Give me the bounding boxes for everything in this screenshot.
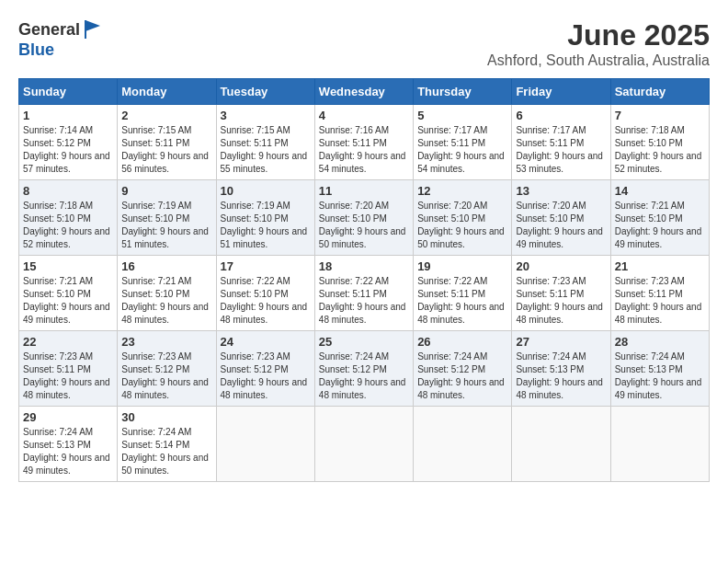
day-number: 30: [121, 410, 211, 424]
day-info: Sunrise: 7:20 AM Sunset: 5:10 PM Dayligh…: [319, 200, 409, 251]
calendar-cell: 18 Sunrise: 7:22 AM Sunset: 5:11 PM Dayl…: [314, 256, 413, 331]
calendar-cell: 20 Sunrise: 7:23 AM Sunset: 5:11 PM Dayl…: [512, 256, 610, 331]
header-saturday: Saturday: [610, 79, 709, 105]
header-wednesday: Wednesday: [314, 79, 413, 105]
calendar-cell: 22 Sunrise: 7:23 AM Sunset: 5:11 PM Dayl…: [19, 331, 118, 407]
day-info: Sunrise: 7:19 AM Sunset: 5:10 PM Dayligh…: [121, 200, 211, 251]
month-year-title: June 2025: [487, 18, 710, 52]
header-thursday: Thursday: [414, 79, 512, 105]
day-number: 27: [516, 335, 606, 349]
day-number: 14: [615, 184, 705, 198]
calendar-cell: 16 Sunrise: 7:21 AM Sunset: 5:10 PM Dayl…: [118, 256, 216, 331]
day-number: 7: [615, 109, 705, 122]
day-number: 4: [319, 109, 409, 122]
title-area: June 2025 Ashford, South Australia, Aust…: [487, 18, 710, 69]
day-info: Sunrise: 7:15 AM Sunset: 5:11 PM Dayligh…: [121, 124, 211, 176]
day-number: 16: [121, 259, 211, 273]
calendar-cell: [314, 407, 413, 482]
day-info: Sunrise: 7:17 AM Sunset: 5:11 PM Dayligh…: [516, 124, 606, 176]
calendar-cell: 24 Sunrise: 7:23 AM Sunset: 5:12 PM Dayl…: [216, 331, 314, 407]
day-info: Sunrise: 7:15 AM Sunset: 5:11 PM Dayligh…: [221, 124, 311, 176]
day-info: Sunrise: 7:24 AM Sunset: 5:12 PM Dayligh…: [417, 350, 507, 402]
day-info: Sunrise: 7:18 AM Sunset: 5:10 PM Dayligh…: [23, 200, 113, 251]
day-info: Sunrise: 7:19 AM Sunset: 5:10 PM Dayligh…: [221, 200, 311, 251]
calendar-header-row: Sunday Monday Tuesday Wednesday Thursday…: [19, 79, 710, 105]
day-info: Sunrise: 7:22 AM Sunset: 5:11 PM Dayligh…: [319, 275, 409, 327]
header-sunday: Sunday: [19, 79, 118, 105]
day-number: 1: [23, 109, 113, 122]
calendar-table: Sunday Monday Tuesday Wednesday Thursday…: [18, 78, 710, 482]
logo-blue-text: Blue: [18, 40, 54, 60]
day-number: 3: [221, 109, 311, 122]
calendar-cell: 9 Sunrise: 7:19 AM Sunset: 5:10 PM Dayli…: [118, 180, 216, 256]
calendar-cell: 29 Sunrise: 7:24 AM Sunset: 5:13 PM Dayl…: [19, 407, 118, 482]
day-number: 23: [121, 335, 211, 349]
day-info: Sunrise: 7:22 AM Sunset: 5:11 PM Dayligh…: [417, 275, 507, 327]
calendar-cell: 5 Sunrise: 7:17 AM Sunset: 5:11 PM Dayli…: [414, 105, 512, 180]
day-info: Sunrise: 7:23 AM Sunset: 5:11 PM Dayligh…: [23, 350, 113, 402]
day-info: Sunrise: 7:22 AM Sunset: 5:10 PM Dayligh…: [221, 275, 311, 327]
day-info: Sunrise: 7:23 AM Sunset: 5:11 PM Dayligh…: [516, 275, 606, 327]
calendar-cell: 4 Sunrise: 7:16 AM Sunset: 5:11 PM Dayli…: [314, 105, 413, 180]
calendar-cell: 7 Sunrise: 7:18 AM Sunset: 5:10 PM Dayli…: [610, 105, 709, 180]
day-info: Sunrise: 7:24 AM Sunset: 5:12 PM Dayligh…: [319, 350, 409, 402]
day-info: Sunrise: 7:24 AM Sunset: 5:13 PM Dayligh…: [615, 350, 705, 402]
calendar-cell: 30 Sunrise: 7:24 AM Sunset: 5:14 PM Dayl…: [118, 407, 216, 482]
calendar-cell: 6 Sunrise: 7:17 AM Sunset: 5:11 PM Dayli…: [512, 105, 610, 180]
header-tuesday: Tuesday: [216, 79, 314, 105]
day-number: 18: [319, 259, 409, 273]
calendar-cell: 17 Sunrise: 7:22 AM Sunset: 5:10 PM Dayl…: [216, 256, 314, 331]
calendar-cell: [414, 407, 512, 482]
calendar-cell: 8 Sunrise: 7:18 AM Sunset: 5:10 PM Dayli…: [19, 180, 118, 256]
week-row-3: 15 Sunrise: 7:21 AM Sunset: 5:10 PM Dayl…: [19, 256, 710, 331]
day-info: Sunrise: 7:21 AM Sunset: 5:10 PM Dayligh…: [121, 275, 211, 327]
day-info: Sunrise: 7:20 AM Sunset: 5:10 PM Dayligh…: [516, 200, 606, 251]
day-info: Sunrise: 7:18 AM Sunset: 5:10 PM Dayligh…: [615, 124, 705, 176]
calendar-cell: 14 Sunrise: 7:21 AM Sunset: 5:10 PM Dayl…: [610, 180, 709, 256]
calendar-cell: 21 Sunrise: 7:23 AM Sunset: 5:11 PM Dayl…: [610, 256, 709, 331]
day-info: Sunrise: 7:20 AM Sunset: 5:10 PM Dayligh…: [417, 200, 507, 251]
calendar-cell: 27 Sunrise: 7:24 AM Sunset: 5:13 PM Dayl…: [512, 331, 610, 407]
day-info: Sunrise: 7:24 AM Sunset: 5:14 PM Dayligh…: [121, 426, 211, 477]
day-number: 28: [615, 335, 705, 349]
day-number: 15: [23, 259, 113, 273]
svg-marker-0: [85, 20, 100, 31]
header: General Blue June 2025 Ashford, South Au…: [9, 9, 719, 74]
calendar-cell: [512, 407, 610, 482]
day-number: 12: [417, 184, 507, 198]
day-info: Sunrise: 7:17 AM Sunset: 5:11 PM Dayligh…: [417, 124, 507, 176]
calendar-cell: 10 Sunrise: 7:19 AM Sunset: 5:10 PM Dayl…: [216, 180, 314, 256]
calendar-cell: [216, 407, 314, 482]
location-subtitle: Ashford, South Australia, Australia: [487, 52, 710, 69]
logo-general-text: General: [18, 20, 80, 40]
day-info: Sunrise: 7:23 AM Sunset: 5:11 PM Dayligh…: [615, 275, 705, 327]
day-number: 22: [23, 335, 113, 349]
day-number: 26: [417, 335, 507, 349]
header-friday: Friday: [512, 79, 610, 105]
day-number: 29: [23, 410, 113, 424]
calendar-cell: 25 Sunrise: 7:24 AM Sunset: 5:12 PM Dayl…: [314, 331, 413, 407]
calendar-cell: 28 Sunrise: 7:24 AM Sunset: 5:13 PM Dayl…: [610, 331, 709, 407]
calendar-cell: 23 Sunrise: 7:23 AM Sunset: 5:12 PM Dayl…: [118, 331, 216, 407]
day-number: 13: [516, 184, 606, 198]
calendar-cell: 1 Sunrise: 7:14 AM Sunset: 5:12 PM Dayli…: [19, 105, 118, 180]
day-number: 25: [319, 335, 409, 349]
day-number: 6: [516, 109, 606, 122]
day-number: 19: [417, 259, 507, 273]
calendar-cell: 15 Sunrise: 7:21 AM Sunset: 5:10 PM Dayl…: [19, 256, 118, 331]
day-number: 24: [221, 335, 311, 349]
day-info: Sunrise: 7:21 AM Sunset: 5:10 PM Dayligh…: [23, 275, 113, 327]
day-number: 10: [221, 184, 311, 198]
calendar-cell: 3 Sunrise: 7:15 AM Sunset: 5:11 PM Dayli…: [216, 105, 314, 180]
day-number: 8: [23, 184, 113, 198]
day-number: 5: [417, 109, 507, 122]
calendar-cell: 2 Sunrise: 7:15 AM Sunset: 5:11 PM Dayli…: [118, 105, 216, 180]
day-number: 20: [516, 259, 606, 273]
logo-flag-icon: [82, 18, 104, 40]
day-info: Sunrise: 7:24 AM Sunset: 5:13 PM Dayligh…: [516, 350, 606, 402]
logo: General Blue: [18, 18, 104, 60]
calendar-cell: 12 Sunrise: 7:20 AM Sunset: 5:10 PM Dayl…: [414, 180, 512, 256]
day-info: Sunrise: 7:14 AM Sunset: 5:12 PM Dayligh…: [23, 124, 113, 176]
day-number: 11: [319, 184, 409, 198]
week-row-1: 1 Sunrise: 7:14 AM Sunset: 5:12 PM Dayli…: [19, 105, 710, 180]
